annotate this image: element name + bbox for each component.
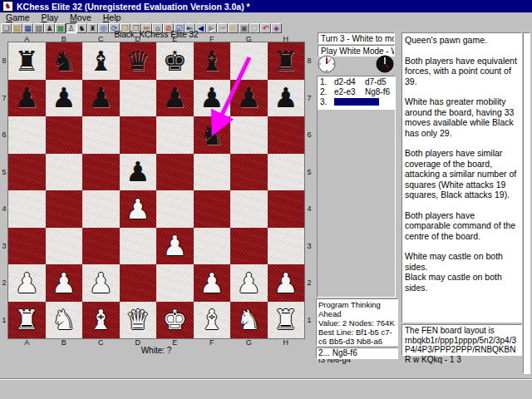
- square-g3[interactable]: [230, 228, 268, 265]
- square-b3[interactable]: [46, 228, 83, 265]
- white-queen-piece[interactable]: ♛: [126, 306, 150, 333]
- square-a6[interactable]: [8, 116, 46, 154]
- move-list-panel[interactable]: 1.d2-d4d7-d52.e2-e3Ng8-f63.: [317, 76, 396, 298]
- square-b2[interactable]: ♟: [46, 264, 83, 302]
- square-g7[interactable]: ♟: [230, 80, 268, 117]
- black-bishop-piece[interactable]: ♝: [88, 47, 113, 75]
- square-g1[interactable]: ♞: [230, 302, 268, 339]
- black-pawn-piece[interactable]: ♟: [162, 84, 187, 111]
- white-rook-piece[interactable]: ♜: [14, 306, 39, 333]
- black-pawn-piece[interactable]: ♟: [52, 84, 76, 111]
- square-c1[interactable]: ♝: [82, 302, 120, 339]
- white-pawn-piece[interactable]: ♟: [236, 269, 261, 297]
- square-c8[interactable]: ♝: [82, 42, 120, 80]
- white-knight-piece[interactable]: ♞: [52, 306, 76, 333]
- black-pawn-piece[interactable]: ♟: [126, 158, 150, 185]
- square-b5[interactable]: [46, 154, 83, 191]
- black-pawn-piece[interactable]: ♟: [236, 84, 261, 111]
- move-row[interactable]: 2.e2-e3Ng8-f6: [318, 86, 395, 96]
- square-b6[interactable]: [46, 116, 83, 154]
- square-h3[interactable]: [268, 228, 305, 265]
- square-e7[interactable]: ♟: [156, 80, 194, 117]
- black-pawn-piece[interactable]: ♟: [88, 84, 113, 111]
- square-f4[interactable]: [194, 190, 231, 228]
- white-move[interactable]: d2-d4: [334, 77, 365, 86]
- square-d8[interactable]: ♛: [120, 42, 157, 80]
- square-d1[interactable]: ♛: [120, 302, 157, 339]
- white-pawn-piece[interactable]: ♟: [126, 195, 150, 223]
- black-queen-piece[interactable]: ♛: [126, 47, 150, 75]
- square-f3[interactable]: [194, 228, 231, 265]
- black-knight-piece[interactable]: ♞: [52, 47, 76, 75]
- square-a8[interactable]: ♜: [8, 42, 46, 80]
- menu-item-game[interactable]: Game: [0, 12, 36, 23]
- square-a2[interactable]: ♟: [8, 264, 46, 302]
- white-pawn-piece[interactable]: ♟: [200, 269, 224, 297]
- square-b8[interactable]: ♞: [46, 42, 83, 80]
- square-f5[interactable]: [194, 154, 231, 191]
- square-c3[interactable]: [82, 228, 120, 265]
- square-a5[interactable]: [8, 154, 46, 191]
- white-pawn-piece[interactable]: ♟: [14, 269, 39, 297]
- black-pawn-piece[interactable]: ♟: [273, 84, 298, 111]
- square-d4[interactable]: ♟: [120, 190, 157, 228]
- white-bishop-piece[interactable]: ♝: [88, 306, 113, 333]
- square-h6[interactable]: [268, 116, 305, 154]
- white-move[interactable]: e2-e3: [334, 87, 365, 96]
- move-row[interactable]: 1.d2-d4d7-d5: [318, 76, 395, 86]
- black-pawn-piece[interactable]: ♟: [14, 84, 39, 111]
- square-g4[interactable]: [230, 190, 268, 228]
- chess-board[interactable]: ♜♞♝♛♚♝♜♟♟♟♟♟♟♟♞♟♟♟♟♟♟♟♟♟♜♞♝♛♚♝♞♜: [8, 42, 304, 338]
- square-g8[interactable]: [230, 42, 268, 80]
- white-rook-piece[interactable]: ♜: [273, 306, 298, 333]
- square-e3[interactable]: ♟: [156, 228, 194, 265]
- square-e8[interactable]: ♚: [156, 42, 194, 80]
- black-king-piece[interactable]: ♚: [162, 47, 187, 75]
- square-b4[interactable]: [46, 190, 83, 228]
- white-pawn-piece[interactable]: ♟: [88, 269, 113, 297]
- square-c5[interactable]: [82, 154, 120, 191]
- white-pawn-piece[interactable]: ♟: [162, 232, 187, 259]
- square-f6[interactable]: ♞: [194, 116, 231, 154]
- square-e1[interactable]: ♚: [156, 302, 194, 339]
- square-e2[interactable]: [156, 264, 194, 302]
- move-list[interactable]: 1.d2-d4d7-d52.e2-e3Ng8-f63.: [318, 76, 395, 110]
- square-a7[interactable]: ♟: [8, 80, 46, 117]
- square-e6[interactable]: [156, 116, 194, 154]
- black-bishop-piece[interactable]: ♝: [200, 47, 224, 75]
- square-b7[interactable]: ♟: [46, 80, 83, 117]
- title-bar[interactable]: ♞ KChess Elite 32 (Unregistered Evaluati…: [0, 0, 532, 12]
- square-h8[interactable]: ♜: [268, 42, 305, 80]
- menu-item-move[interactable]: Move: [64, 12, 97, 23]
- square-b1[interactable]: ♞: [46, 302, 83, 339]
- square-h5[interactable]: [268, 154, 305, 191]
- black-move[interactable]: Ng8-f6: [365, 87, 393, 96]
- square-g5[interactable]: [230, 154, 268, 191]
- square-d3[interactable]: [120, 228, 157, 265]
- square-d7[interactable]: [120, 80, 157, 117]
- square-e4[interactable]: [156, 190, 194, 228]
- white-pawn-piece[interactable]: ♟: [273, 269, 298, 297]
- menu-item-play[interactable]: Play: [36, 12, 64, 23]
- square-c6[interactable]: [82, 116, 120, 154]
- square-h7[interactable]: ♟: [268, 80, 305, 117]
- white-pawn-piece[interactable]: ♟: [52, 269, 76, 297]
- square-d6[interactable]: [120, 116, 157, 154]
- square-f8[interactable]: ♝: [194, 42, 231, 80]
- square-h1[interactable]: ♜: [268, 302, 305, 339]
- square-c4[interactable]: [82, 190, 120, 228]
- black-knight-piece[interactable]: ♞: [200, 121, 224, 149]
- square-h4[interactable]: [268, 190, 305, 228]
- square-d2[interactable]: [120, 264, 157, 302]
- square-c2[interactable]: ♟: [82, 264, 120, 302]
- square-h2[interactable]: ♟: [268, 264, 305, 302]
- black-rook-piece[interactable]: ♜: [14, 47, 39, 75]
- square-f1[interactable]: ♝: [194, 302, 231, 339]
- square-f2[interactable]: ♟: [194, 264, 231, 302]
- square-d5[interactable]: ♟: [120, 154, 157, 191]
- move-row[interactable]: 3.: [318, 96, 395, 106]
- black-rook-piece[interactable]: ♜: [273, 47, 298, 75]
- white-bishop-piece[interactable]: ♝: [200, 306, 224, 333]
- white-king-piece[interactable]: ♚: [162, 306, 187, 333]
- black-move[interactable]: d7-d5: [365, 77, 393, 86]
